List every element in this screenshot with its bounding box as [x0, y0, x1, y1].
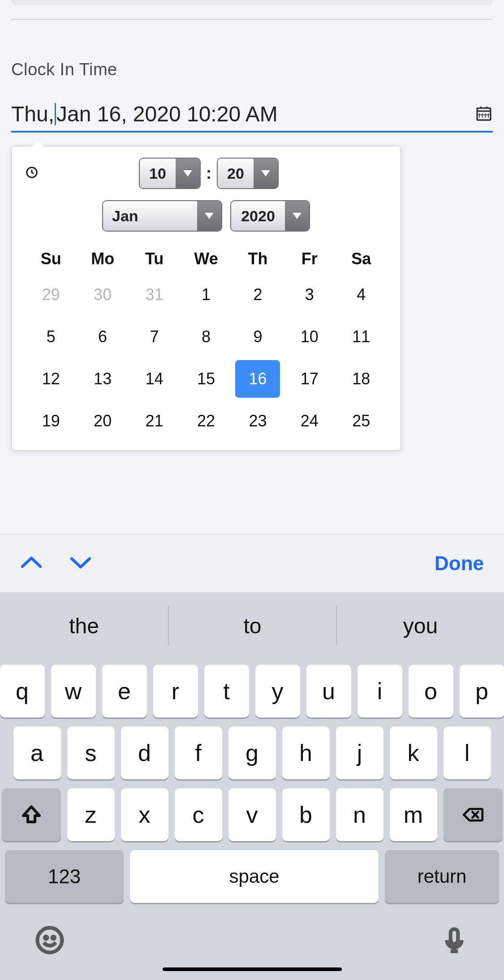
minute-select[interactable]: 20 [217, 158, 279, 189]
key-g[interactable]: g [228, 726, 276, 779]
day-of-week-header: Fr [284, 245, 335, 273]
key-u[interactable]: u [306, 665, 351, 718]
calendar-day[interactable]: 19 [25, 401, 77, 441]
hour-value: 10 [140, 159, 176, 188]
keyboard-toolbar: Done [0, 534, 504, 592]
key-p[interactable]: p [460, 665, 504, 718]
calendar-day[interactable]: 7 [129, 317, 180, 357]
key-a[interactable]: a [13, 726, 61, 779]
time-separator: : [206, 164, 211, 183]
chevron-down-icon [254, 159, 278, 188]
calendar-day[interactable]: 25 [336, 401, 387, 441]
svg-point-11 [45, 937, 47, 939]
key-v[interactable]: v [228, 788, 276, 841]
day-of-week-header: Tu [129, 245, 180, 273]
calendar-day[interactable]: 3 [284, 275, 335, 315]
keyboard-suggestions: thetoyou [0, 592, 504, 659]
input-text-prefix: Thu, [11, 102, 54, 126]
calendar-day[interactable]: 15 [180, 359, 232, 399]
calendar-day[interactable]: 5 [25, 317, 77, 357]
key-n[interactable]: n [336, 788, 383, 841]
keyboard: qwertyuiop asdfghjkl zxcvbnm 123 space r… [0, 659, 504, 980]
calendar-day[interactable]: 18 [336, 359, 387, 399]
calendar-day[interactable]: 6 [77, 317, 128, 357]
year-select[interactable]: 2020 [230, 200, 310, 232]
chevron-down-icon [197, 201, 221, 231]
previous-field-button[interactable] [20, 554, 43, 573]
calendar-day[interactable]: 8 [180, 317, 232, 357]
key-e[interactable]: e [102, 665, 147, 718]
key-h[interactable]: h [282, 726, 330, 779]
clock-in-time-input[interactable]: Thu, Jan 16, 2020 10:20 AM [11, 102, 493, 133]
key-m[interactable]: m [390, 788, 437, 841]
key-c[interactable]: c [175, 788, 222, 841]
calendar-icon[interactable] [475, 104, 493, 124]
calendar-day[interactable]: 11 [336, 317, 387, 357]
day-of-week-header: Th [232, 245, 284, 273]
key-o[interactable]: o [409, 665, 453, 718]
calendar-day[interactable]: 9 [232, 317, 284, 357]
calendar-day[interactable]: 17 [284, 359, 335, 399]
home-indicator [163, 967, 342, 971]
calendar-grid: 2930311234567891011121314151617181920212… [25, 275, 387, 441]
calendar-day[interactable]: 1 [180, 275, 232, 315]
minute-value: 20 [218, 159, 254, 188]
key-q[interactable]: q [0, 665, 45, 718]
calendar-day[interactable]: 10 [284, 317, 335, 357]
key-x[interactable]: x [121, 788, 168, 841]
calendar-day[interactable]: 16 [232, 359, 284, 399]
key-s[interactable]: s [67, 726, 115, 779]
chevron-down-icon [176, 159, 200, 188]
day-of-week-header: Su [25, 245, 77, 273]
calendar-day[interactable]: 14 [129, 359, 180, 399]
shift-key[interactable] [2, 788, 61, 841]
calendar-day[interactable]: 23 [232, 401, 284, 441]
key-y[interactable]: y [255, 665, 300, 718]
clock-icon [25, 166, 39, 181]
key-r[interactable]: r [153, 665, 198, 718]
field-label: Clock In Time [11, 60, 493, 79]
day-of-week-header: We [180, 245, 232, 273]
text-cursor [55, 103, 56, 125]
svg-rect-13 [451, 929, 458, 944]
key-b[interactable]: b [282, 788, 330, 841]
key-k[interactable]: k [390, 726, 437, 779]
calendar-day[interactable]: 21 [129, 401, 180, 441]
year-value: 2020 [231, 201, 285, 231]
suggestion[interactable]: you [336, 606, 504, 646]
microphone-icon[interactable] [439, 925, 469, 957]
key-t[interactable]: t [204, 665, 249, 718]
next-field-button[interactable] [69, 554, 92, 573]
day-of-week-header: Mo [77, 245, 128, 273]
key-d[interactable]: d [121, 726, 168, 779]
hour-select[interactable]: 10 [139, 158, 201, 189]
return-key[interactable]: return [385, 850, 499, 903]
key-w[interactable]: w [51, 665, 96, 718]
key-z[interactable]: z [67, 788, 115, 841]
calendar-day[interactable]: 30 [77, 275, 128, 315]
svg-point-12 [52, 937, 55, 939]
space-key[interactable]: space [130, 850, 379, 903]
numbers-key[interactable]: 123 [5, 850, 124, 903]
done-button[interactable]: Done [435, 552, 484, 575]
calendar-day[interactable]: 24 [284, 401, 335, 441]
calendar-day[interactable]: 22 [180, 401, 232, 441]
suggestion[interactable]: the [0, 606, 168, 646]
datetime-picker: 10 : 20 Jan 2020 SuMoTuWeThFrSa 29303112… [11, 146, 401, 451]
calendar-day[interactable]: 29 [25, 275, 77, 315]
calendar-day[interactable]: 4 [336, 275, 387, 315]
key-j[interactable]: j [336, 726, 383, 779]
input-text-suffix: Jan 16, 2020 10:20 AM [56, 102, 278, 126]
calendar-day[interactable]: 20 [77, 401, 128, 441]
calendar-day[interactable]: 31 [129, 275, 180, 315]
calendar-day[interactable]: 2 [232, 275, 284, 315]
month-select[interactable]: Jan [102, 200, 222, 232]
backspace-key[interactable] [444, 788, 503, 841]
suggestion[interactable]: to [168, 606, 336, 646]
emoji-icon[interactable] [35, 925, 65, 957]
key-l[interactable]: l [444, 726, 491, 779]
calendar-day[interactable]: 12 [25, 359, 77, 399]
key-f[interactable]: f [175, 726, 222, 779]
calendar-day[interactable]: 13 [77, 359, 128, 399]
key-i[interactable]: i [358, 665, 402, 718]
